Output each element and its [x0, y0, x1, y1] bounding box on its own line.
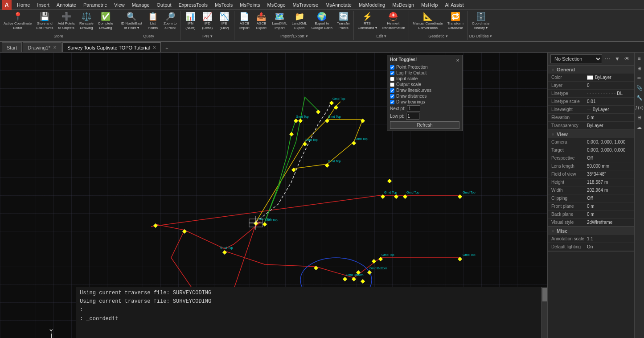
- rt-properties-button[interactable]: ⊞: [636, 64, 644, 72]
- prop-width: Width 202.964 m: [548, 186, 634, 194]
- menu-view[interactable]: View: [111, 1, 128, 8]
- svg-marker-13: [303, 142, 307, 146]
- panel-icon-btn-3[interactable]: 👁: [623, 54, 632, 63]
- svg-text:Grnd Bottom: Grnd Bottom: [369, 267, 387, 270]
- draw-lines-checkbox[interactable]: [390, 88, 394, 93]
- menu-output[interactable]: Output: [153, 1, 175, 8]
- landxml-export-button[interactable]: 📁 LandXMLExport: [290, 12, 309, 31]
- ascii-import-button[interactable]: 📄 ASCIIImport: [236, 12, 252, 31]
- svg-marker-4: [222, 250, 227, 255]
- misc-section-header[interactable]: Misc: [548, 227, 634, 235]
- close-drawing1-button[interactable]: ✕: [53, 45, 57, 50]
- next-pt-input[interactable]: [407, 105, 420, 112]
- panel-icon-btn-1[interactable]: ⋯: [603, 54, 612, 63]
- rt-formula-button[interactable]: ƒ(x): [636, 103, 644, 111]
- close-survey-button[interactable]: ✕: [152, 45, 156, 50]
- tab-start[interactable]: Start: [2, 42, 22, 52]
- menu-mshelp[interactable]: MsHelp: [418, 1, 441, 8]
- rt-cloud-button[interactable]: ☁: [636, 123, 644, 131]
- manual-coord-button[interactable]: 📐 Manual CoordinateConversions: [411, 12, 445, 31]
- log-file-checkbox[interactable]: [390, 71, 394, 75]
- prop-linetype-scale: Linetype scale 0.01: [548, 98, 634, 106]
- low-pt-input[interactable]: [406, 113, 419, 120]
- transform-db-button[interactable]: 🔁 TransformDatabase: [446, 12, 465, 31]
- ascii-export-button[interactable]: 📤 ASCIIExport: [253, 12, 269, 31]
- helmert-button[interactable]: ⛑️ HelmertTransformation: [380, 12, 407, 31]
- svg-marker-25: [387, 179, 392, 183]
- back-plane-value: 0 m: [587, 212, 631, 217]
- list-points-button[interactable]: 📋 ListPoints: [145, 12, 161, 31]
- rt-tools-button[interactable]: 🔧: [636, 94, 644, 102]
- rt-layer-button[interactable]: ≡: [636, 54, 644, 62]
- store-icon: 💾: [40, 12, 49, 21]
- tab-survey[interactable]: Survey Tools Captivate TOPO Tutorial ✕: [62, 42, 161, 52]
- svg-text:Grnd Top: Grnd Top: [220, 246, 233, 250]
- menu-aiassist[interactable]: AI Assist: [441, 1, 467, 8]
- landxml-import-icon: 🗺️: [275, 12, 284, 21]
- ipn-button[interactable]: 📊 IPN(Num): [182, 12, 198, 31]
- menu-msmodeling[interactable]: MsModeling: [355, 1, 389, 8]
- add-points-button[interactable]: ➕ Add Pointsto Objects: [56, 12, 77, 31]
- svg-text:Grnd Top: Grnd Top: [406, 191, 419, 194]
- menu-msdesign[interactable]: MsDesign: [389, 1, 418, 8]
- menu-insert[interactable]: Insert: [33, 1, 53, 8]
- rts-command-button[interactable]: ⚡ RTSCommand ▾: [356, 12, 378, 31]
- refresh-button[interactable]: Refresh: [390, 121, 459, 129]
- draw-bearings-checkbox[interactable]: [390, 100, 394, 104]
- ribbon: 📍 Active CoordinateEditor 💾 Store andEdi…: [0, 10, 644, 42]
- menu-home[interactable]: Home: [13, 1, 33, 8]
- menu-mstraverse[interactable]: MsTraverse: [289, 1, 322, 8]
- transform-icon: 🔁: [451, 12, 460, 21]
- active-coordinate-editor-button[interactable]: 📍 Active CoordinateEditor: [2, 12, 33, 31]
- ipe-button[interactable]: 📉 IPE(Elev): [216, 12, 232, 31]
- point-protection-checkbox[interactable]: [390, 65, 394, 70]
- panel-icon-btn-2[interactable]: ▼: [613, 54, 622, 63]
- complete-drawing-button[interactable]: ✅ CompleteDrawing: [96, 12, 115, 31]
- zoom-to-point-button[interactable]: 🔎 Zoom toa Point: [162, 12, 178, 31]
- transparency-value: ByLayer: [587, 123, 631, 128]
- app-logo: A: [2, 0, 12, 10]
- transfer-points-button[interactable]: 🔄 TransferPoints: [335, 12, 352, 31]
- menu-annotate[interactable]: Annotate: [53, 1, 80, 8]
- rt-database-button[interactable]: ⊟: [636, 113, 644, 121]
- ipd-button[interactable]: 📈 IPD(Desc): [199, 12, 215, 31]
- svg-marker-5: [263, 222, 267, 227]
- console-scrollbar[interactable]: [541, 287, 547, 338]
- canvas-area[interactable]: Grnd Top Grnd Top Grnd Top Grnd Top Grnd…: [0, 53, 547, 338]
- menu-parametric[interactable]: Parametric: [80, 1, 111, 8]
- rescale-button[interactable]: ⚖️ Re-scaleDrawing: [78, 12, 95, 31]
- db-icon: 🗄️: [476, 12, 486, 21]
- menu-mstools[interactable]: MsTools: [211, 1, 236, 8]
- elevation-value: 0 m: [587, 115, 631, 120]
- next-pt-row: Next pt:: [390, 105, 459, 112]
- id-northeast-button[interactable]: 🔍 ID North/Eastof Point ▾: [119, 12, 144, 31]
- add-tab-button[interactable]: +: [162, 44, 172, 52]
- menu-mscogo[interactable]: MsCogo: [264, 1, 289, 8]
- google-earth-button[interactable]: 🌍 Export toGoogle Earth: [310, 12, 334, 31]
- prop-back-plane: Back plane 0 m: [548, 210, 634, 218]
- hot-toggles-panel: Hot Toggles! ✕ Point Protection Log File…: [387, 55, 463, 131]
- tab-drawing1[interactable]: Drawing1* ✕: [23, 42, 62, 52]
- view-section-header[interactable]: View: [548, 130, 634, 138]
- rt-annotate-button[interactable]: ✏: [636, 74, 644, 82]
- general-section-header[interactable]: General: [548, 66, 634, 74]
- coord-history-button[interactable]: 🗄️ CoordinateHistory ▾: [470, 12, 491, 31]
- output-scale-checkbox[interactable]: [390, 82, 394, 87]
- ribbon-group-geodetic: 📐 Manual CoordinateConversions 🔁 Transfo…: [409, 11, 468, 40]
- store-edit-points-button[interactable]: 💾 Store andEdit Points: [34, 12, 55, 31]
- landxml-export-icon: 📁: [295, 12, 304, 21]
- menu-msannotate[interactable]: MsAnnotate: [322, 1, 355, 8]
- prop-height: Height 118.587 m: [548, 178, 634, 186]
- console-scrollbar-thumb[interactable]: [542, 288, 547, 301]
- rt-attach-button[interactable]: 📎: [636, 84, 644, 92]
- selection-dropdown[interactable]: No Selection: [550, 54, 602, 63]
- draw-distances-checkbox[interactable]: [390, 94, 394, 99]
- ribbon-group-edit: ⚡ RTSCommand ▾ ⛑️ HelmertTransformation …: [354, 11, 409, 40]
- menu-mspoints[interactable]: MsPoints: [236, 1, 263, 8]
- landxml-import-button[interactable]: 🗺️ LandXMLImport: [270, 12, 289, 31]
- hot-toggles-close-button[interactable]: ✕: [456, 58, 459, 63]
- menu-manage[interactable]: Manage: [128, 1, 153, 8]
- input-scale-checkbox[interactable]: [390, 77, 394, 81]
- menu-expresstools[interactable]: ExpressTools: [175, 1, 211, 8]
- perspective-value: Off: [587, 156, 631, 161]
